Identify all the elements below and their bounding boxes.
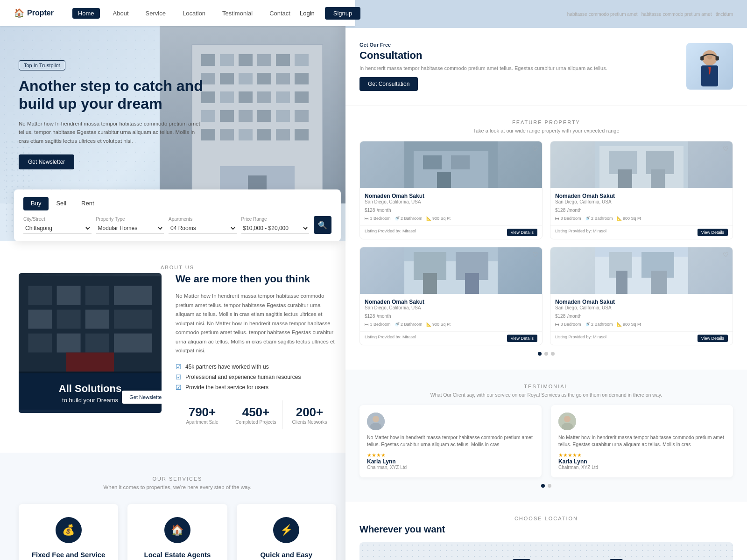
testimonial-avatar-2 [558, 413, 576, 430]
svg-rect-22 [239, 110, 253, 122]
nav-link-about[interactable]: About [109, 8, 133, 19]
svg-rect-42 [57, 310, 81, 329]
hero-content: Top In Trustpilot Another step to catch … [0, 42, 224, 188]
apartments-select[interactable]: 04 Rooms [169, 223, 237, 234]
about-newsletter-button[interactable]: Get Newsletter [122, 391, 162, 404]
property-heart-2[interactable]: ♡ [723, 145, 729, 153]
consultation-button[interactable]: Get Consultation [359, 77, 418, 91]
consultation-description: In hendrerit massa tempor habitasse comm… [359, 64, 677, 72]
consultation-cta-text: Get Our Free [359, 42, 391, 48]
svg-rect-71 [423, 273, 437, 294]
city-label: City/Street [23, 217, 92, 222]
svg-rect-10 [239, 73, 253, 84]
search-button[interactable]: 🔍 [314, 216, 331, 234]
carousel-dot-2[interactable] [544, 352, 548, 356]
svg-rect-6 [276, 54, 290, 66]
property-type-select[interactable]: Modular Homes [96, 223, 164, 234]
service-title-1: Fixed Fee and Service [28, 551, 109, 559]
meta-beds-1: 🛏 3 Bedroom [365, 216, 391, 221]
view-details-button-4[interactable]: View Details [698, 335, 728, 342]
about-checklist: ☑ 45k partners have worked with us ☑ Pro… [176, 363, 336, 391]
rp-top-text: habitasse commodo pretium amet habitasse… [567, 12, 733, 17]
property-meta-4: 🛏 3 Bedroom 🚿 2 Bathroom 📐 900 Sq Ft [555, 322, 728, 327]
testimonial-section-label: Testimonial [359, 384, 733, 389]
brand-name: Propter [27, 9, 54, 17]
meta-sqft-4: 📐 900 Sq Ft [617, 322, 641, 327]
service-icon-1: 💰 [56, 517, 82, 543]
svg-rect-45 [28, 334, 52, 353]
brand-logo[interactable]: 🏠 Propter [14, 8, 54, 18]
check-icon-2: ☑ [176, 373, 182, 381]
property-heart-4[interactable]: ♡ [723, 251, 729, 259]
signup-button[interactable]: Signup [325, 7, 360, 20]
property-actions-3: Listing Provided by: Mirasol View Detail… [360, 331, 542, 345]
property-price-4: $128 /month [555, 312, 728, 319]
svg-rect-23 [257, 110, 271, 122]
view-details-button-3[interactable]: View Details [507, 335, 537, 342]
consultation-section: Get Our Free Consultation In hendrerit m… [345, 28, 747, 105]
nav-link-testimonial[interactable]: Testimonial [218, 8, 256, 19]
hero-newsletter-button[interactable]: Get Newsletter [19, 154, 74, 169]
about-grid: All Solutions to build your Dreams Get N… [19, 273, 336, 429]
search-tabs: Buy Sell Rent [23, 197, 331, 210]
price-label: Price Range [241, 217, 310, 222]
about-title: We are more then you think [176, 273, 336, 285]
location-section: Choose Location Wherever you want North … [345, 502, 747, 560]
svg-rect-12 [276, 73, 290, 84]
property-type-field: Property Type Modular Homes [96, 217, 164, 234]
stat-label-apartments: Apartment Sale [180, 420, 224, 425]
main-content: 🏠 Propter Home About Service Location Te… [0, 0, 355, 560]
property-card-1: ♡ Nomaden Omah Sakut San Diego, Californ… [359, 141, 543, 239]
testimonial-text-1: No Matter how In hendrerit massa tempor … [367, 434, 534, 449]
svg-rect-11 [257, 73, 271, 84]
tab-buy[interactable]: Buy [23, 197, 49, 210]
carousel-dot-1[interactable] [538, 352, 542, 356]
meta-baths-1: 🚿 2 Bathroom [395, 216, 423, 221]
svg-rect-49 [66, 352, 114, 371]
t-dot-2[interactable] [548, 484, 551, 488]
check-label-3: Provide the best service for users [185, 384, 268, 391]
view-details-button-1[interactable]: View Details [507, 229, 537, 236]
consultation-image [686, 43, 733, 90]
svg-rect-7 [295, 54, 309, 66]
stat-number-apartments: 790+ [180, 405, 224, 420]
testimonial-text-2: No Matter how In hendrerit massa tempor … [558, 434, 726, 449]
service-card-1: 💰 Fixed Fee and Service No Matter how In… [19, 504, 118, 560]
nav-link-location[interactable]: Location [179, 8, 209, 19]
about-image-column: All Solutions to build your Dreams Get N… [19, 273, 162, 413]
property-info-1: Nomaden Omah Sakut San Diego, California… [360, 188, 542, 225]
tab-rent[interactable]: Rent [74, 197, 101, 210]
tab-sell[interactable]: Sell [49, 197, 74, 210]
login-button[interactable]: Login [294, 8, 320, 19]
svg-point-52 [707, 55, 712, 60]
testimonial-role-1: Chairman, XYZ Ltd [367, 465, 534, 470]
property-heart-3[interactable]: ♡ [532, 251, 538, 259]
nav-links: Home About Service Location Testimonial … [72, 8, 294, 19]
nav-link-service[interactable]: Service [142, 8, 169, 19]
meta-beds-4: 🛏 3 Bedroom [555, 322, 581, 327]
carousel-dot-3[interactable] [551, 352, 555, 356]
check-icon-3: ☑ [176, 384, 182, 391]
price-select[interactable]: $10,000 - $20,000 [241, 223, 310, 234]
svg-rect-72 [465, 273, 479, 294]
listing-by-2: Listing Provided by: Mirasol [555, 229, 606, 236]
city-select[interactable]: Chittagong [23, 223, 92, 234]
nav-link-home[interactable]: Home [72, 8, 100, 19]
nav-link-contact[interactable]: Contact [266, 8, 294, 19]
svg-rect-58 [423, 155, 442, 169]
property-heart-1[interactable]: ♡ [532, 145, 538, 153]
property-price-2: $128 /month [555, 206, 728, 213]
hero-section: Top In Trustpilot Another step to catch … [0, 26, 355, 203]
property-price-3: $128 /month [365, 312, 537, 319]
property-price-1: $128 /month [365, 206, 537, 213]
about-section: About Us [0, 241, 355, 453]
listing-by-1: Listing Provided by: Mirasol [365, 229, 416, 236]
stat-label-projects: Completed Projects [234, 420, 278, 425]
view-details-button-2[interactable]: View Details [698, 229, 728, 236]
listing-by-4: Listing Provided by: Mirasol [555, 335, 606, 342]
svg-point-83 [564, 416, 571, 422]
services-section-label: Our Services [19, 476, 336, 482]
consultation-pretitle: Get Our Free [359, 42, 677, 48]
check-label-2: Professional and experience human resour… [185, 374, 301, 380]
t-dot-1[interactable] [541, 484, 545, 488]
